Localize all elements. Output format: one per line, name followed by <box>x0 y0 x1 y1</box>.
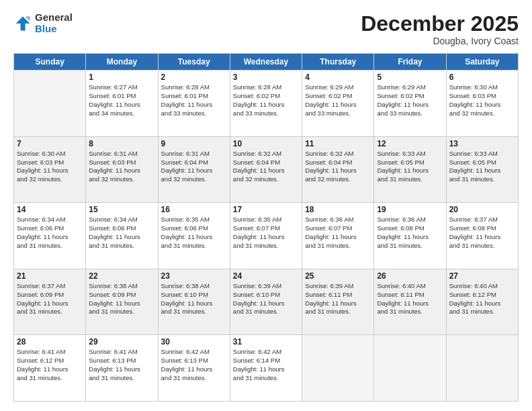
logo-general-text: General <box>35 12 73 24</box>
day-number: 16 <box>161 205 227 214</box>
day-cell: 16Sunrise: 6:35 AM Sunset: 6:06 PM Dayli… <box>158 203 230 269</box>
day-cell: 17Sunrise: 6:35 AM Sunset: 6:07 PM Dayli… <box>230 203 302 269</box>
day-cell: 10Sunrise: 6:32 AM Sunset: 6:04 PM Dayli… <box>230 136 302 203</box>
day-info: Sunrise: 6:39 AM Sunset: 6:10 PM Dayligh… <box>233 282 299 316</box>
day-cell: 28Sunrise: 6:41 AM Sunset: 6:12 PM Dayli… <box>14 335 86 402</box>
day-number: 5 <box>377 73 443 82</box>
day-cell: 5Sunrise: 6:29 AM Sunset: 6:02 PM Daylig… <box>374 71 446 137</box>
col-header-monday: Monday <box>86 54 158 71</box>
day-info: Sunrise: 6:34 AM Sunset: 6:06 PM Dayligh… <box>17 216 83 250</box>
day-info: Sunrise: 6:38 AM Sunset: 6:09 PM Dayligh… <box>89 282 154 316</box>
day-cell: 19Sunrise: 6:36 AM Sunset: 6:08 PM Dayli… <box>374 203 446 269</box>
day-info: Sunrise: 6:30 AM Sunset: 6:03 PM Dayligh… <box>449 83 515 118</box>
day-cell: 31Sunrise: 6:42 AM Sunset: 6:14 PM Dayli… <box>230 335 302 402</box>
day-info: Sunrise: 6:42 AM Sunset: 6:14 PM Dayligh… <box>233 348 299 382</box>
day-number: 22 <box>89 271 154 281</box>
day-info: Sunrise: 6:40 AM Sunset: 6:11 PM Dayligh… <box>377 282 443 316</box>
calendar-table: SundayMondayTuesdayWednesdayThursdayFrid… <box>13 53 519 402</box>
col-header-wednesday: Wednesday <box>230 54 302 71</box>
location: Dougba, Ivory Coast <box>361 36 519 46</box>
day-number: 28 <box>17 337 83 347</box>
week-row-5: 28Sunrise: 6:41 AM Sunset: 6:12 PM Dayli… <box>14 335 519 402</box>
day-info: Sunrise: 6:41 AM Sunset: 6:12 PM Dayligh… <box>17 348 83 382</box>
col-header-friday: Friday <box>374 54 446 71</box>
day-cell: 4Sunrise: 6:29 AM Sunset: 6:02 PM Daylig… <box>302 71 374 137</box>
day-number: 7 <box>17 139 83 148</box>
day-cell: 11Sunrise: 6:32 AM Sunset: 6:04 PM Dayli… <box>302 136 374 203</box>
day-number: 8 <box>89 139 154 148</box>
week-row-3: 14Sunrise: 6:34 AM Sunset: 6:06 PM Dayli… <box>14 203 519 269</box>
day-info: Sunrise: 6:35 AM Sunset: 6:07 PM Dayligh… <box>233 216 299 250</box>
day-cell: 1Sunrise: 6:27 AM Sunset: 6:01 PM Daylig… <box>86 71 158 137</box>
day-cell: 27Sunrise: 6:40 AM Sunset: 6:12 PM Dayli… <box>446 269 518 335</box>
day-number: 11 <box>305 139 371 148</box>
week-row-4: 21Sunrise: 6:37 AM Sunset: 6:09 PM Dayli… <box>14 269 519 335</box>
day-cell: 18Sunrise: 6:36 AM Sunset: 6:07 PM Dayli… <box>302 203 374 269</box>
day-number: 9 <box>161 139 227 148</box>
day-cell: 24Sunrise: 6:39 AM Sunset: 6:10 PM Dayli… <box>230 269 302 335</box>
col-header-sunday: Sunday <box>14 54 86 71</box>
day-info: Sunrise: 6:38 AM Sunset: 6:10 PM Dayligh… <box>161 282 227 316</box>
day-cell: 23Sunrise: 6:38 AM Sunset: 6:10 PM Dayli… <box>158 269 230 335</box>
day-info: Sunrise: 6:37 AM Sunset: 6:09 PM Dayligh… <box>17 282 83 316</box>
day-number: 23 <box>161 271 227 281</box>
day-info: Sunrise: 6:33 AM Sunset: 6:05 PM Dayligh… <box>377 150 443 184</box>
day-cell <box>374 335 446 402</box>
logo-icon <box>13 14 32 33</box>
day-number: 15 <box>89 205 154 214</box>
day-number: 1 <box>89 73 154 82</box>
day-number: 10 <box>233 139 299 148</box>
day-cell: 9Sunrise: 6:31 AM Sunset: 6:04 PM Daylig… <box>158 136 230 203</box>
day-number: 25 <box>305 271 371 281</box>
day-info: Sunrise: 6:29 AM Sunset: 6:02 PM Dayligh… <box>377 83 443 118</box>
logo-text: General Blue <box>35 12 73 34</box>
day-cell: 6Sunrise: 6:30 AM Sunset: 6:03 PM Daylig… <box>446 71 518 137</box>
day-cell: 8Sunrise: 6:31 AM Sunset: 6:03 PM Daylig… <box>86 136 158 203</box>
header: General Blue December 2025 Dougba, Ivory… <box>13 12 519 46</box>
week-row-1: 1Sunrise: 6:27 AM Sunset: 6:01 PM Daylig… <box>14 71 519 137</box>
logo: General Blue <box>13 12 73 34</box>
day-info: Sunrise: 6:31 AM Sunset: 6:04 PM Dayligh… <box>161 150 227 184</box>
day-info: Sunrise: 6:33 AM Sunset: 6:05 PM Dayligh… <box>449 150 515 184</box>
day-number: 27 <box>449 271 515 281</box>
col-header-saturday: Saturday <box>446 54 518 71</box>
day-cell: 15Sunrise: 6:34 AM Sunset: 6:06 PM Dayli… <box>86 203 158 269</box>
week-row-2: 7Sunrise: 6:30 AM Sunset: 6:03 PM Daylig… <box>14 136 519 203</box>
day-cell: 25Sunrise: 6:39 AM Sunset: 6:11 PM Dayli… <box>302 269 374 335</box>
day-info: Sunrise: 6:27 AM Sunset: 6:01 PM Dayligh… <box>89 83 154 118</box>
logo-blue-text: Blue <box>35 24 73 35</box>
day-info: Sunrise: 6:31 AM Sunset: 6:03 PM Dayligh… <box>89 150 154 184</box>
day-info: Sunrise: 6:42 AM Sunset: 6:13 PM Dayligh… <box>161 348 227 382</box>
day-number: 13 <box>449 139 515 148</box>
day-number: 21 <box>17 271 83 281</box>
day-info: Sunrise: 6:40 AM Sunset: 6:12 PM Dayligh… <box>449 282 515 316</box>
day-cell <box>446 335 518 402</box>
day-info: Sunrise: 6:37 AM Sunset: 6:08 PM Dayligh… <box>449 216 515 250</box>
day-info: Sunrise: 6:28 AM Sunset: 6:01 PM Dayligh… <box>161 83 227 118</box>
day-number: 24 <box>233 271 299 281</box>
day-info: Sunrise: 6:29 AM Sunset: 6:02 PM Dayligh… <box>305 83 371 118</box>
day-info: Sunrise: 6:36 AM Sunset: 6:08 PM Dayligh… <box>377 216 443 250</box>
day-number: 30 <box>161 337 227 347</box>
day-number: 12 <box>377 139 443 148</box>
day-number: 6 <box>449 73 515 82</box>
day-info: Sunrise: 6:30 AM Sunset: 6:03 PM Dayligh… <box>17 150 83 184</box>
day-number: 14 <box>17 205 83 214</box>
day-number: 3 <box>233 73 299 82</box>
day-number: 18 <box>305 205 371 214</box>
day-number: 2 <box>161 73 227 82</box>
day-info: Sunrise: 6:34 AM Sunset: 6:06 PM Dayligh… <box>89 216 154 250</box>
day-info: Sunrise: 6:35 AM Sunset: 6:06 PM Dayligh… <box>161 216 227 250</box>
page: General Blue December 2025 Dougba, Ivory… <box>0 0 532 411</box>
day-info: Sunrise: 6:39 AM Sunset: 6:11 PM Dayligh… <box>305 282 371 316</box>
day-cell: 29Sunrise: 6:41 AM Sunset: 6:13 PM Dayli… <box>86 335 158 402</box>
day-cell <box>14 71 86 137</box>
day-number: 26 <box>377 271 443 281</box>
day-cell: 2Sunrise: 6:28 AM Sunset: 6:01 PM Daylig… <box>158 71 230 137</box>
day-cell: 13Sunrise: 6:33 AM Sunset: 6:05 PM Dayli… <box>446 136 518 203</box>
day-number: 31 <box>233 337 299 347</box>
header-row: SundayMondayTuesdayWednesdayThursdayFrid… <box>14 54 519 71</box>
day-cell: 12Sunrise: 6:33 AM Sunset: 6:05 PM Dayli… <box>374 136 446 203</box>
day-number: 4 <box>305 73 371 82</box>
day-cell: 3Sunrise: 6:28 AM Sunset: 6:02 PM Daylig… <box>230 71 302 137</box>
